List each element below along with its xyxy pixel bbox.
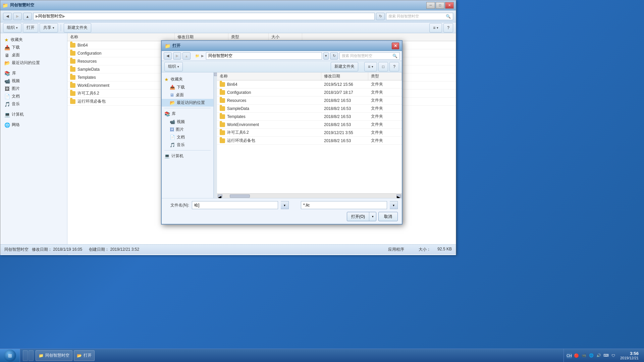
dialog-refresh-button[interactable]: ↻: [330, 52, 338, 60]
tray-icon-2: 📹: [581, 353, 587, 358]
search-field[interactable]: 搜索 同创智慧时空 🔍: [386, 13, 453, 20]
sidebar-scrollbar[interactable]: [214, 72, 217, 198]
dialog-panel-button[interactable]: □: [378, 62, 388, 71]
sidebar-item-video[interactable]: 📹 视频: [0, 77, 67, 85]
sidebar-item-documents[interactable]: 📄 文档: [0, 93, 67, 100]
filetype-input[interactable]: *.lic: [301, 201, 387, 209]
dialog-sidebar-favorites[interactable]: ★ 收藏夹: [162, 75, 213, 83]
dialog-file-date-cell: 2019/12/21 3:55: [321, 129, 368, 136]
dialog-sidebar-computer[interactable]: 💻 计算机: [162, 152, 213, 160]
video-small-icon: 📹: [170, 119, 175, 124]
folder-icon: [70, 83, 75, 88]
dialog-help-button[interactable]: ?: [389, 62, 399, 71]
favorites-header[interactable]: ★ 收藏夹: [0, 36, 67, 44]
col-size-header[interactable]: 大小: [269, 33, 302, 41]
dialog-sidebar-desktop[interactable]: 🖥 桌面: [162, 91, 213, 99]
help-button[interactable]: ?: [443, 23, 453, 33]
refresh-button[interactable]: ↻: [376, 13, 385, 20]
table-row[interactable]: 运行环境必备包 2018/8/2 16:53 文件夹: [217, 137, 402, 145]
start-orb[interactable]: ⊞: [4, 350, 16, 362]
address-bar[interactable]: ▶ 同创智慧时空 ▶: [33, 13, 375, 20]
dialog-back-button[interactable]: ◀: [164, 52, 172, 60]
dialog-col-type-header[interactable]: 类型: [368, 72, 402, 80]
hscroll-left-arrow[interactable]: ◀: [218, 194, 222, 198]
table-row[interactable]: Bin64 2019/5/12 15:56 文件夹: [217, 80, 402, 88]
library-header[interactable]: 📚 库: [0, 69, 67, 77]
table-row[interactable]: 许可工具6.2 2019/12/21 3:55 文件夹: [217, 129, 402, 137]
dialog-file-name-cell: 许可工具6.2: [217, 129, 321, 136]
back-button[interactable]: ◀: [3, 13, 12, 20]
dialog-hscroll[interactable]: ◀ ▶: [217, 193, 402, 198]
dialog-sidebar-video[interactable]: 📹 视频: [162, 118, 213, 126]
filename-row: 文件名(N): 哈] ▾ *.lic ▾: [166, 201, 398, 209]
table-row[interactable]: Templates 2018/8/2 16:53 文件夹: [217, 113, 402, 121]
dialog-search-field[interactable]: 搜索 同创智慧时空 🔍: [339, 52, 400, 60]
share-button[interactable]: 共享 ▾: [40, 23, 58, 33]
file-name-cell: WorkEnvironment: [67, 81, 175, 89]
sidebar-item-music[interactable]: 🎵 音乐: [0, 100, 67, 108]
tray-icon-4: 🔊: [596, 353, 601, 358]
dialog-col-date-header[interactable]: 修改日期: [321, 72, 368, 80]
forward-button[interactable]: ▶: [13, 13, 22, 20]
filename-input[interactable]: 哈]: [192, 201, 278, 209]
dialog-up-button[interactable]: ▲: [182, 52, 191, 60]
sidebar-item-download[interactable]: 📥 下载: [0, 44, 67, 51]
dialog-address-dropdown[interactable]: ▾: [323, 52, 329, 60]
dialog-col-name-header[interactable]: 名称: [217, 72, 321, 80]
close-button[interactable]: ✕: [445, 2, 454, 9]
table-row[interactable]: Configuration 2018/10/7 18:17 文件夹: [217, 88, 402, 97]
dialog-file-date-cell: 2018/8/2 16:53: [321, 105, 368, 112]
explorer-toolbar: ◀ ▶ ▲ ▶ 同创智慧时空 ▶ ↻ 搜索 同创智慧时空 🔍: [0, 10, 456, 22]
filename-dropdown-button[interactable]: ▾: [281, 201, 289, 209]
dialog-view-button[interactable]: ≡ ▾: [364, 62, 377, 71]
up-button[interactable]: ▲: [23, 13, 32, 20]
dialog-sidebar-pictures[interactable]: 🖼 图片: [162, 126, 213, 133]
table-row[interactable]: Resources 2018/8/2 16:53 文件夹: [217, 97, 402, 105]
sidebar-item-pictures[interactable]: 🖼 图片: [0, 85, 67, 93]
maximize-button[interactable]: □: [436, 2, 444, 9]
dialog-sidebar-documents[interactable]: 📄 文档: [162, 133, 213, 141]
dialog-new-folder-button[interactable]: 新建文件夹: [331, 62, 358, 71]
network-icon: 🌐: [4, 122, 10, 128]
minimize-button[interactable]: ─: [426, 2, 435, 9]
folder-icon: [70, 91, 75, 96]
sidebar-item-desktop[interactable]: 🖥 桌面: [0, 51, 67, 59]
start-button[interactable]: ⊞: [0, 349, 20, 362]
open-button[interactable]: 打开: [23, 23, 38, 33]
organize-button[interactable]: 组织 ▾: [3, 23, 21, 33]
dialog-close-button[interactable]: ✕: [392, 43, 399, 49]
hscroll-right-arrow[interactable]: ▶: [396, 194, 401, 198]
filetype-dropdown-button[interactable]: ▾: [390, 201, 398, 209]
table-row[interactable]: SampleData 2018/8/2 16:53 文件夹: [217, 105, 402, 113]
view-button[interactable]: ≡ ▾: [429, 23, 442, 33]
dialog-file-name-cell: Templates: [217, 113, 321, 120]
dialog-cancel-button[interactable]: 取消: [378, 212, 398, 221]
new-folder-button[interactable]: 新建文件夹: [64, 23, 91, 33]
taskbar-tray: CH 🔴 📹 🌐 🔊 ⌨ 🛡 3:56 2019/12/21: [564, 349, 644, 362]
file-name-cell: SampleData: [67, 65, 175, 73]
dialog-address-field[interactable]: 同创智慧时空: [206, 52, 322, 60]
dialog-sidebar-recent[interactable]: 📂 最近访问的位置: [162, 99, 213, 107]
table-row[interactable]: WorkEnvironment 2018/8/2 16:53 文件夹: [217, 121, 402, 129]
dialog-file-name-cell: Configuration: [217, 88, 321, 96]
dialog-sidebar-download[interactable]: 📥 下载: [162, 83, 213, 91]
taskbar-dialog-icon: 📂: [77, 353, 82, 358]
taskbar-icon-1[interactable]: [23, 350, 28, 361]
dialog-sidebar-music[interactable]: 🎵 音乐: [162, 141, 213, 149]
col-type-header[interactable]: 类型: [228, 33, 269, 41]
sidebar-item-recent[interactable]: 📂 最近访问的位置: [0, 59, 67, 67]
taskbar-icon-2[interactable]: [29, 350, 34, 361]
hscroll-thumb[interactable]: [230, 194, 250, 198]
sidebar-item-computer[interactable]: 💻 计算机: [0, 111, 67, 118]
dialog-organize-button[interactable]: 组织 ▾: [164, 62, 183, 71]
sidebar-item-network[interactable]: 🌐 网络: [0, 121, 67, 129]
dialog-forward-button[interactable]: ▶: [173, 52, 181, 60]
col-date-header[interactable]: 修改日期: [175, 33, 228, 41]
taskbar-explorer-item[interactable]: 📁 同创智慧时空: [36, 350, 72, 361]
taskbar-dialog-item[interactable]: 📂 打开: [74, 350, 95, 361]
open-dropdown-arrow[interactable]: ▾: [369, 212, 376, 221]
dialog-sidebar-library[interactable]: 📚 库: [162, 110, 213, 118]
dialog-address-bar: ◀ ▶ ▲ 📁 ▶ 同创智慧时空 ▾ ↻ 搜索 同创智慧时空 🔍: [162, 51, 402, 61]
col-name-header[interactable]: 名称: [67, 33, 175, 41]
dialog-open-button[interactable]: 打开(O) ▾: [347, 212, 376, 221]
